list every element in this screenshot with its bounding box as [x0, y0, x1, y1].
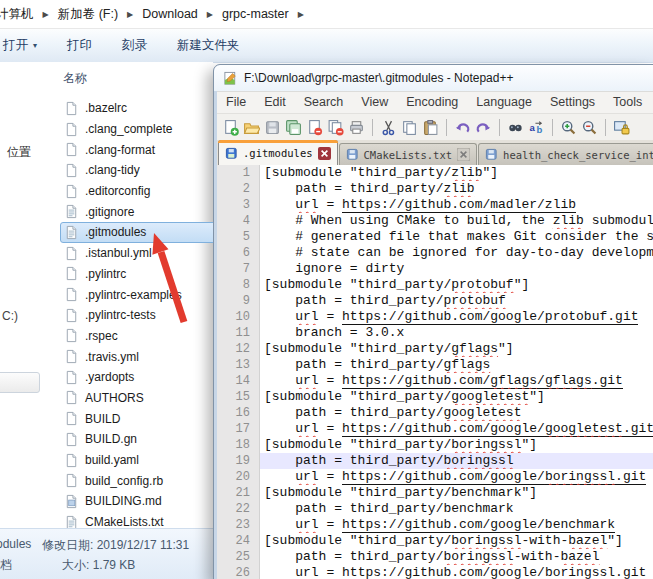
menu-file[interactable]: File	[217, 92, 255, 113]
file-row[interactable]: .gitmodules	[40, 222, 213, 243]
file-row[interactable]: .rspec	[40, 326, 213, 347]
file-row[interactable]: .gitignore	[40, 201, 213, 222]
breadcrumb-item[interactable]: 计算机	[0, 6, 36, 23]
close-icon[interactable]	[457, 148, 470, 161]
code-line[interactable]: 21[submodule "third_party/benchmark"]	[217, 485, 653, 501]
code-line[interactable]: 20 url = https://github.com/google/borin…	[217, 469, 653, 485]
code-line[interactable]: 19 path = third_party/boringssl	[217, 453, 653, 469]
replace-icon[interactable]: ab	[527, 118, 546, 137]
nav-item-highlight[interactable]	[0, 372, 40, 393]
new-folder-button[interactable]: 新建文件夹	[162, 29, 255, 62]
tab-health-check-service-interface-h[interactable]: health_check_service_interface.h	[478, 143, 653, 165]
menu-language[interactable]: Language	[467, 92, 541, 113]
code-line[interactable]: 7 ignore = dirty	[217, 261, 653, 277]
file-row[interactable]: BUILDING.md	[40, 491, 213, 512]
file-row[interactable]: BUILD.gn	[40, 429, 213, 450]
code-line[interactable]: 8[submodule "third_party/protobuf"]	[217, 277, 653, 293]
code-line[interactable]: 15[submodule "third_party/googletest"]	[217, 389, 653, 405]
menu-encoding[interactable]: Encoding	[397, 92, 467, 113]
paste-icon[interactable]	[421, 118, 440, 137]
menu-edit[interactable]: Edit	[255, 92, 295, 113]
code-line[interactable]: 17 url = https://github.com/google/googl…	[217, 421, 653, 437]
file-row[interactable]: .clang_complete	[40, 119, 213, 140]
code-text: path = third_party/zlib	[260, 181, 653, 197]
cut-icon[interactable]	[379, 118, 398, 137]
file-name: BUILDING.md	[85, 494, 162, 508]
file-row[interactable]: .bazelrc	[40, 98, 213, 119]
breadcrumb-item[interactable]: Download	[140, 7, 200, 21]
breadcrumb-item[interactable]: grpc-master	[220, 7, 291, 21]
find-icon[interactable]	[506, 118, 525, 137]
menu-tools[interactable]: Tools	[604, 92, 651, 113]
file-row[interactable]: BUILD	[40, 408, 213, 429]
file-row[interactable]: .yardopts	[40, 367, 213, 388]
code-line[interactable]: 22 path = third_party/benchmark	[217, 501, 653, 517]
notepad-title-bar[interactable]: F:\Download\grpc-master\.gitmodules - No…	[214, 65, 653, 91]
code-line[interactable]: 16 path = third_party/googletest	[217, 405, 653, 421]
file-row[interactable]: .clang-format	[40, 139, 213, 160]
open-button[interactable]: 打开 ▾	[0, 29, 52, 62]
breadcrumb-separator-icon[interactable]: ▶	[298, 10, 304, 19]
breadcrumb-separator-icon[interactable]: ▶	[207, 10, 213, 19]
file-row[interactable]: build.yaml	[40, 450, 213, 471]
open-folder-icon[interactable]	[242, 118, 261, 137]
copy-icon[interactable]	[400, 118, 419, 137]
line-number: 15	[217, 389, 260, 405]
save-icon[interactable]	[263, 118, 282, 137]
file-row[interactable]: CMakeLists.txt	[40, 512, 213, 528]
file-row[interactable]: .pylintrc	[40, 264, 213, 285]
tab-cmakelists-txt[interactable]: CMakeLists.txt	[339, 143, 478, 165]
close-icon[interactable]	[318, 147, 331, 160]
print-icon[interactable]	[347, 118, 366, 137]
code-line[interactable]: 13 path = third_party/gflags	[217, 357, 653, 373]
editor[interactable]: 1[submodule "third_party/zlib"]2 path = …	[217, 165, 653, 579]
redo-icon[interactable]	[474, 118, 493, 137]
file-row[interactable]: AUTHORS	[40, 388, 213, 409]
code-line[interactable]: 11 branch = 3.0.x	[217, 325, 653, 341]
breadcrumb-separator-icon[interactable]: ▶	[127, 10, 133, 19]
code-line[interactable]: 4 # When using CMake to build, the zlib …	[217, 213, 653, 229]
code-line[interactable]: 24[submodule "third_party/boringssl-with…	[217, 533, 653, 549]
file-row[interactable]: .clang-tidy	[40, 160, 213, 181]
close-all-icon[interactable]	[326, 118, 345, 137]
file-row[interactable]: .travis.yml	[40, 346, 213, 367]
code-line[interactable]: 14 url = https://github.com/gflags/gflag…	[217, 373, 653, 389]
file-row[interactable]: build_config.rb	[40, 470, 213, 491]
code-line[interactable]: 12[submodule "third_party/gflags"]	[217, 341, 653, 357]
menu-view[interactable]: View	[352, 92, 397, 113]
sync-lock-icon[interactable]	[612, 118, 631, 137]
code-line[interactable]: 1[submodule "third_party/zlib"]	[217, 165, 653, 181]
zoom-in-icon[interactable]	[559, 118, 578, 137]
explorer-address-bar[interactable]: 计算机▶新加卷 (F:)▶Download▶grpc-master▶	[0, 0, 653, 29]
menu-search[interactable]: Search	[295, 92, 353, 113]
save-state-icon	[346, 148, 359, 161]
code-line[interactable]: 26 url = https://github.com/google/borin…	[217, 565, 653, 579]
code-line[interactable]: 2 path = third_party/zlib	[217, 181, 653, 197]
breadcrumb-item[interactable]: 新加卷 (F:)	[56, 6, 120, 23]
code-line[interactable]: 3 url = https://github.com/madler/zlib	[217, 197, 653, 213]
code-line[interactable]: 10 url = https://github.com/google/proto…	[217, 309, 653, 325]
file-row[interactable]: .pylintrc-tests	[40, 305, 213, 326]
new-file-icon[interactable]	[221, 118, 240, 137]
code-line[interactable]: 5 # generated file that makes Git consid…	[217, 229, 653, 245]
code-line[interactable]: 6 # state can be ignored for day-to-day …	[217, 245, 653, 261]
code-line[interactable]: 25 path = third_party/boringssl-with-baz…	[217, 549, 653, 565]
menu-settings[interactable]: Settings	[541, 92, 604, 113]
nav-item-location[interactable]: 位置	[7, 144, 31, 161]
tab--gitmodules[interactable]: .gitmodules	[218, 140, 338, 165]
close-icon[interactable]	[305, 118, 324, 137]
file-row[interactable]: .pylintrc-examples	[40, 284, 213, 305]
undo-icon[interactable]	[453, 118, 472, 137]
code-line[interactable]: 18[submodule "third_party/boringssl"]	[217, 437, 653, 453]
file-row[interactable]: .editorconfig	[40, 181, 213, 202]
zoom-out-icon[interactable]	[580, 118, 599, 137]
nav-item-drive[interactable]: C:)	[2, 309, 18, 323]
code-line[interactable]: 23 url = https://github.com/google/bench…	[217, 517, 653, 533]
code-line[interactable]: 9 path = third_party/protobuf	[217, 293, 653, 309]
burn-button[interactable]: 刻录	[107, 29, 162, 62]
save-all-icon[interactable]	[284, 118, 303, 137]
column-header-name[interactable]: 名称	[63, 70, 87, 87]
file-row[interactable]: .istanbul.yml	[40, 243, 213, 264]
print-button[interactable]: 打印	[52, 29, 107, 62]
breadcrumb-separator-icon[interactable]: ▶	[43, 10, 49, 19]
